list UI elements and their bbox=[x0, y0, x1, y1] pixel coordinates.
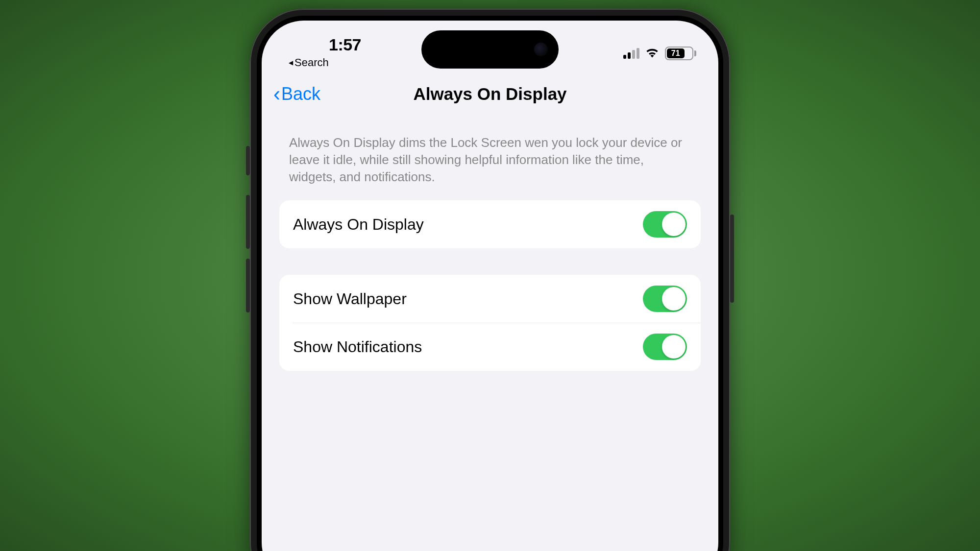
toggle-show-wallpaper[interactable] bbox=[643, 286, 687, 312]
row-show-wallpaper: Show Wallpaper bbox=[279, 275, 701, 323]
toggle-always-on-display[interactable] bbox=[643, 211, 687, 238]
cellular-icon bbox=[623, 48, 639, 59]
dynamic-island[interactable] bbox=[421, 30, 559, 69]
wifi-icon bbox=[645, 47, 659, 60]
toggle-show-notifications[interactable] bbox=[643, 334, 687, 360]
settings-group-options: Show Wallpaper Show Notifications bbox=[279, 275, 701, 371]
volume-down-button[interactable] bbox=[246, 259, 250, 312]
back-button[interactable]: ‹ Back bbox=[273, 84, 320, 104]
row-label: Show Notifications bbox=[293, 338, 422, 356]
volume-up-button[interactable] bbox=[246, 195, 250, 249]
search-label: Search bbox=[294, 56, 329, 69]
screen: 1:57 Search 71 bbox=[262, 21, 718, 551]
page-title: Always On Display bbox=[276, 84, 704, 104]
row-show-notifications: Show Notifications bbox=[279, 323, 701, 371]
row-label: Show Wallpaper bbox=[293, 290, 407, 308]
back-label: Back bbox=[281, 84, 320, 104]
chevron-left-icon: ‹ bbox=[273, 84, 280, 104]
row-label: Always On Display bbox=[293, 216, 424, 234]
settings-group-main: Always On Display bbox=[279, 200, 701, 248]
phone-frame: 1:57 Search 71 bbox=[250, 9, 730, 551]
battery-icon: 71 bbox=[665, 47, 696, 60]
row-always-on-display: Always On Display bbox=[279, 200, 701, 248]
settings-content: Always On Display dims the Lock Screen w… bbox=[262, 110, 718, 371]
mute-switch[interactable] bbox=[246, 146, 250, 175]
section-description: Always On Display dims the Lock Screen w… bbox=[279, 134, 701, 200]
back-to-search-link[interactable]: Search bbox=[289, 56, 329, 69]
power-button[interactable] bbox=[730, 215, 734, 303]
battery-percent: 71 bbox=[671, 49, 680, 58]
status-time: 1:57 bbox=[329, 35, 361, 54]
nav-bar: ‹ Back Always On Display bbox=[262, 70, 718, 110]
